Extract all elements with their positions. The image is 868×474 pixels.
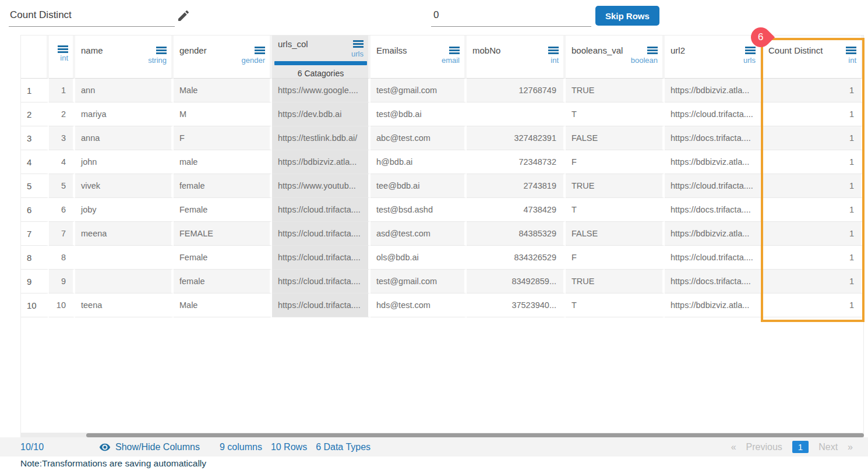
cell-Emailss[interactable]: test@gmail.com	[371, 270, 467, 293]
cell-col1[interactable]: 3	[49, 126, 75, 150]
pagination-previous[interactable]: Previous	[746, 442, 782, 452]
cell-name[interactable]: john	[75, 150, 174, 174]
cell-name[interactable]: anna	[75, 126, 174, 150]
cell-mobNo[interactable]: 834326529	[467, 246, 566, 270]
cell-urls_col[interactable]: https://testlink.bdb.ai/	[272, 126, 371, 150]
show-hide-columns-button[interactable]: Show/Hide Columns	[99, 441, 200, 453]
cell-Count Distinct[interactable]: 1	[763, 246, 863, 270]
cell-url2[interactable]: https://bdbizviz.atla...	[665, 79, 763, 102]
cell-booleans_val[interactable]: T	[566, 293, 665, 317]
skip-rows-button[interactable]: Skip Rows	[595, 6, 659, 26]
cell-urls_col[interactable]: https://bdbizviz.atla...	[272, 150, 371, 174]
column-menu-icon[interactable]	[647, 47, 658, 54]
cell-url2[interactable]: https://docs.trifacta....	[665, 126, 763, 150]
column-header-unnamed[interactable]: int	[49, 36, 75, 79]
cell-name[interactable]	[75, 270, 174, 293]
cell-booleans_val[interactable]: F	[566, 150, 665, 174]
cell-col1[interactable]: 8	[49, 246, 75, 270]
cell-mobNo[interactable]: 2743819	[467, 174, 566, 198]
cell-mobNo[interactable]: 4738429	[467, 198, 566, 222]
edit-name-button[interactable]	[175, 8, 192, 25]
cell-col1[interactable]: 10	[49, 293, 75, 317]
cell-url2[interactable]: https://cloud.trifacta....	[665, 174, 763, 198]
cell-gender[interactable]: M	[174, 102, 272, 126]
cell-name[interactable]: ann	[75, 79, 174, 102]
cell-url2[interactable]: https://docs.trifacta....	[665, 198, 763, 222]
cell-name[interactable]: meena	[75, 222, 174, 246]
cell-name[interactable]	[75, 246, 174, 270]
column-menu-icon[interactable]	[156, 47, 167, 54]
cell-Count Distinct[interactable]: 1	[763, 150, 863, 174]
column-header-urls_col[interactable]: urls_colurls6 Catagories	[272, 36, 371, 79]
column-header-name[interactable]: namestring	[75, 36, 174, 79]
column-header-Emailss[interactable]: Emailssemail	[371, 36, 467, 79]
cell-urls_col[interactable]: https://www.google....	[272, 79, 371, 102]
horizontal-scrollbar-thumb[interactable]	[86, 433, 864, 437]
column-menu-icon[interactable]	[449, 47, 460, 54]
cell-Count Distinct[interactable]: 1	[763, 222, 863, 246]
cell-booleans_val[interactable]: T	[566, 102, 665, 126]
cell-name[interactable]: joby	[75, 198, 174, 222]
cell-gender[interactable]: F	[174, 126, 272, 150]
cell-urls_col[interactable]: https://cloud.trifacta....	[272, 246, 371, 270]
cell-name[interactable]: teena	[75, 293, 174, 317]
cell-mobNo[interactable]: 84385329	[467, 222, 566, 246]
column-menu-icon[interactable]	[58, 45, 68, 53]
cell-booleans_val[interactable]: FALSE	[566, 126, 665, 150]
cell-Count Distinct[interactable]: 1	[763, 198, 863, 222]
cell-Count Distinct[interactable]: 1	[763, 293, 863, 317]
cell-Emailss[interactable]: tee@bdb.ai	[371, 174, 467, 198]
pagination-last-arrow[interactable]: »	[848, 442, 853, 452]
cell-gender[interactable]: Male	[174, 79, 272, 102]
cell-url2[interactable]: https://cloud.trifacta....	[665, 102, 763, 126]
cell-Emailss[interactable]: h@bdb.ai	[371, 150, 467, 174]
cell-urls_col[interactable]: https://www.youtub...	[272, 174, 371, 198]
cell-col1[interactable]: 1	[49, 79, 75, 102]
cell-gender[interactable]: female	[174, 270, 272, 293]
cell-urls_col[interactable]: https://cloud.trifacta....	[272, 198, 371, 222]
cell-Emailss[interactable]: abc@test.com	[371, 126, 467, 150]
cell-mobNo[interactable]: 37523940...	[467, 293, 566, 317]
cell-col1[interactable]: 2	[49, 102, 75, 126]
cell-booleans_val[interactable]: FALSE	[566, 222, 665, 246]
cell-col1[interactable]: 9	[49, 270, 75, 293]
cell-Emailss[interactable]: test@gmail.com	[371, 79, 467, 102]
column-menu-icon[interactable]	[745, 47, 756, 54]
cell-name[interactable]: vivek	[75, 174, 174, 198]
cell-Emailss[interactable]: hds@test.com	[371, 293, 467, 317]
cell-urls_col[interactable]: https://dev.bdb.ai	[272, 102, 371, 126]
cell-mobNo[interactable]: 83492859...	[467, 270, 566, 293]
cell-booleans_val[interactable]: TRUE	[566, 79, 665, 102]
column-menu-icon[interactable]	[255, 47, 265, 54]
cell-col1[interactable]: 6	[49, 198, 75, 222]
cell-url2[interactable]: https://bdbizviz.atla...	[665, 222, 763, 246]
cell-urls_col[interactable]: https://cloud.trifacta....	[272, 222, 371, 246]
column-header-booleans_val[interactable]: booleans_valboolean	[566, 36, 665, 79]
cell-gender[interactable]: female	[174, 174, 272, 198]
column-header-gender[interactable]: gendergender	[174, 36, 272, 79]
pagination-next[interactable]: Next	[818, 442, 838, 452]
cell-gender[interactable]: FEMALE	[174, 222, 272, 246]
cell-Count Distinct[interactable]: 1	[763, 102, 863, 126]
column-menu-icon[interactable]	[846, 47, 856, 54]
column-menu-icon[interactable]	[353, 40, 364, 48]
cell-url2[interactable]: https://cloud.trifacta....	[665, 246, 763, 270]
cell-gender[interactable]: Female	[174, 198, 272, 222]
cell-url2[interactable]: https://bdbizviz.atla...	[665, 150, 763, 174]
cell-mobNo[interactable]: 327482391	[467, 126, 566, 150]
cell-url2[interactable]: https://docs.trifacta....	[665, 270, 763, 293]
cell-col1[interactable]: 7	[49, 222, 75, 246]
cell-col1[interactable]: 4	[49, 150, 75, 174]
cell-Count Distinct[interactable]: 1	[763, 79, 863, 102]
transform-name-input[interactable]	[9, 6, 175, 27]
cell-mobNo[interactable]	[467, 102, 566, 126]
cell-mobNo[interactable]: 12768749	[467, 79, 566, 102]
cell-gender[interactable]: Female	[174, 246, 272, 270]
cell-gender[interactable]: male	[174, 150, 272, 174]
column-menu-icon[interactable]	[548, 47, 559, 54]
horizontal-scrollbar-track[interactable]	[20, 433, 864, 437]
cell-Count Distinct[interactable]: 1	[763, 174, 863, 198]
cell-mobNo[interactable]: 72348732	[467, 150, 566, 174]
skip-rows-input[interactable]	[431, 6, 591, 27]
cell-Emailss[interactable]: test@bsd.ashd	[371, 198, 467, 222]
